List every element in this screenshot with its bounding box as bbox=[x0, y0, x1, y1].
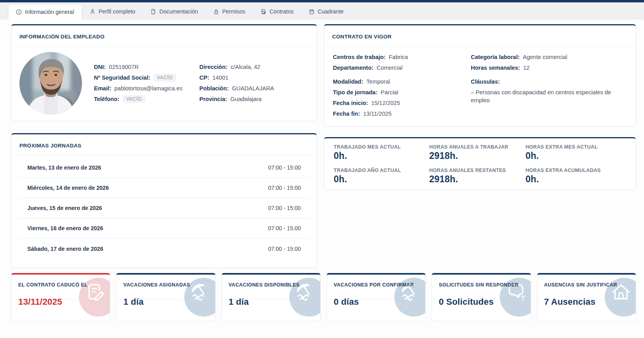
left-column: INFORMACIÓN DEL EMPLEADO bbox=[11, 24, 317, 268]
tab-cuadrante[interactable]: Cuadrante bbox=[301, 4, 351, 19]
tab-label: Información general bbox=[25, 9, 74, 15]
field-seguridad-social: Nº Seguridad Social: VACÍO bbox=[94, 73, 199, 83]
tab-label: Perfil completo bbox=[99, 8, 136, 15]
field-label: Tipo de jornada: bbox=[333, 89, 378, 95]
contrato-en-vigor-card: CONTRATO EN VIGOR Centros de trabajo: Fa… bbox=[324, 24, 636, 126]
field-categoria-laboral: Categoría laboral: Agente comercial bbox=[471, 52, 627, 63]
calendar-icon bbox=[309, 9, 315, 15]
stat-value: 2918h. bbox=[429, 174, 526, 185]
tab-contratos[interactable]: Contratos bbox=[253, 4, 301, 19]
employee-card-title: INFORMACIÓN DEL EMPLEADO bbox=[19, 34, 105, 40]
summary-title: VACACIONES ASIGNADAS bbox=[117, 275, 215, 288]
field-value: Comercial bbox=[376, 65, 402, 71]
tab-informacion-general[interactable]: Información general bbox=[8, 4, 82, 19]
summary-card-solicitudes-sin-responder: ? SOLICITUDES SIN RESPONDER 0 Solicitude… bbox=[432, 273, 531, 321]
document-icon bbox=[150, 9, 156, 15]
field-poblacion: Población: GUADALAJARA bbox=[199, 83, 309, 94]
field-tipo-jornada: Tipo de jornada: Parcial bbox=[333, 87, 471, 98]
summary-title: VACACIONES POR CONFIRMAR bbox=[327, 275, 425, 288]
stat-value: 2918h. bbox=[429, 151, 526, 161]
jornada-row: Jueves, 15 de enero de 2026 07:00 - 15:0… bbox=[19, 198, 310, 218]
field-value: 14001 bbox=[212, 74, 228, 81]
tab-bar: Información general Perfil completo Docu… bbox=[0, 2, 644, 19]
summary-cards-row: EL CONTRATO CADUCÓ EL 13/11/2025 VACACIO… bbox=[11, 273, 636, 321]
stat-label: HORAS EXTRA ACUMULADAS bbox=[526, 168, 626, 173]
stat-horas-extra-mes: HORAS EXTRA MES ACTUAL 0h. bbox=[526, 144, 626, 161]
field-value: pablotortosa@lamagica.es bbox=[115, 85, 183, 92]
field-label: Provincia: bbox=[199, 96, 227, 102]
jornada-time: 07:00 - 15:00 bbox=[268, 246, 308, 252]
jornada-day: Jueves, 15 de enero de 2026 bbox=[27, 205, 102, 211]
hours-stats-card: TRABAJADO MES ACTUAL 0h. HORAS ANUALES A… bbox=[324, 137, 636, 190]
field-horas-semanales: Horas semanales: 12 bbox=[471, 63, 627, 73]
field-label: CP: bbox=[199, 74, 209, 81]
info-icon bbox=[16, 9, 22, 15]
field-label: Cláusulas: bbox=[471, 78, 500, 85]
contract-card-title: CONTRATO EN VIGOR bbox=[332, 34, 392, 40]
field-departamento: Departamento: Comercial bbox=[333, 63, 471, 73]
jornada-time: 07:00 - 15:00 bbox=[268, 164, 308, 171]
jornada-day: Martes, 13 de enero de 2026 bbox=[27, 164, 101, 171]
tab-permisos[interactable]: Permisos bbox=[206, 4, 253, 19]
field-fecha-fin: Fecha fin: 13/11/2025 bbox=[333, 109, 471, 119]
field-label: Dirección: bbox=[199, 64, 227, 70]
tab-label: Permisos bbox=[222, 8, 245, 15]
summary-value: 13/11/2025 bbox=[11, 288, 110, 307]
jornada-day: Miércoles, 14 de enero de 2026 bbox=[27, 185, 109, 191]
stat-trabajado-ano: TRABAJADO AÑO ACTUAL 0h. bbox=[334, 168, 429, 185]
tab-perfil-completo[interactable]: Perfil completo bbox=[82, 4, 143, 19]
field-value: 13/11/2025 bbox=[363, 111, 392, 117]
employee-details-right: Dirección: c/Alcala, 42 CP: 14001 Poblac… bbox=[199, 62, 309, 105]
field-label: Nº Seguridad Social: bbox=[94, 74, 150, 81]
field-email: Email: pablotortosa@lamagica.es bbox=[94, 83, 199, 94]
clausula-item: – Personas con discapacidad en centros e… bbox=[471, 88, 627, 104]
field-clausulas: Cláusulas: bbox=[471, 76, 627, 87]
right-column: CONTRATO EN VIGOR Centros de trabajo: Fa… bbox=[324, 24, 636, 268]
field-fecha-inicio: Fecha inicio: 15/12/2025 bbox=[333, 98, 471, 109]
field-value: Parcial bbox=[381, 89, 398, 95]
summary-value: 1 día bbox=[117, 288, 215, 307]
summary-card-contrato-caduco: EL CONTRATO CADUCÓ EL 13/11/2025 bbox=[11, 273, 110, 321]
empty-value-badge: VACÍO bbox=[153, 74, 176, 82]
contract-icon bbox=[260, 9, 266, 15]
tab-label: Contratos bbox=[269, 8, 294, 15]
field-value: 02519007R bbox=[109, 64, 139, 70]
employee-info-card: INFORMACIÓN DEL EMPLEADO bbox=[11, 24, 317, 121]
stat-trabajado-mes: TRABAJADO MES ACTUAL 0h. bbox=[334, 144, 429, 161]
jornada-row: Sábado, 17 de enero de 2026 07:00 - 15:0… bbox=[19, 239, 310, 259]
jornadas-card-title: PRÓXIMAS JORNADAS bbox=[19, 143, 82, 149]
summary-card-vacaciones-por-confirmar: VACACIONES POR CONFIRMAR 0 días bbox=[327, 273, 426, 321]
jornada-row: Viernes, 16 de enero de 2026 07:00 - 15:… bbox=[19, 218, 310, 239]
stat-horas-anuales-trabajar: HORAS ANUALES A TRABAJAR 2918h. bbox=[429, 144, 526, 161]
proximas-jornadas-card: PRÓXIMAS JORNADAS Martes, 13 de enero de… bbox=[11, 133, 317, 268]
jornada-time: 07:00 - 15:00 bbox=[268, 205, 308, 211]
jornada-day: Viernes, 16 de enero de 2026 bbox=[27, 225, 103, 231]
jornada-row: Miércoles, 14 de enero de 2026 07:00 - 1… bbox=[19, 178, 310, 198]
summary-card-vacaciones-asignadas: VACACIONES ASIGNADAS 1 día bbox=[116, 273, 215, 321]
field-label: Categoría laboral: bbox=[471, 54, 520, 60]
employee-photo bbox=[19, 52, 82, 115]
stat-horas-anuales-restantes: HORAS ANUALES RESTANTES 2918h. bbox=[429, 168, 526, 185]
stat-label: HORAS ANUALES A TRABAJAR bbox=[429, 144, 526, 150]
field-value: GUADALAJARA bbox=[232, 85, 274, 92]
stat-value: 0h. bbox=[526, 151, 626, 161]
tab-documentacion[interactable]: Documentación bbox=[143, 4, 205, 19]
field-cp: CP: 14001 bbox=[199, 73, 309, 83]
field-label: Fecha inicio: bbox=[333, 100, 368, 106]
field-centros-trabajo: Centros de trabajo: Fabrica bbox=[333, 52, 471, 63]
stat-horas-extra-acumuladas: HORAS EXTRA ACUMULADAS 0h. bbox=[526, 168, 626, 185]
summary-value: 0 días bbox=[327, 288, 425, 307]
summary-card-vacaciones-disponibles: VACACIONES DISPONIBLES 1 día bbox=[222, 273, 321, 321]
stat-value: 0h. bbox=[526, 174, 626, 185]
stat-value: 0h. bbox=[334, 174, 429, 185]
field-direccion: Dirección: c/Alcala, 42 bbox=[199, 62, 309, 73]
summary-title: EL CONTRATO CADUCÓ EL bbox=[11, 275, 110, 288]
summary-value: 1 día bbox=[222, 288, 320, 307]
summary-value: 0 Solicitudes bbox=[432, 288, 530, 307]
field-label: Población: bbox=[199, 85, 229, 92]
field-label: Centros de trabajo: bbox=[333, 54, 386, 60]
field-label: Modalidad: bbox=[333, 78, 363, 85]
lock-icon bbox=[213, 9, 219, 15]
field-value: c/Alcala, 42 bbox=[231, 64, 260, 70]
stat-label: HORAS ANUALES RESTANTES bbox=[429, 168, 526, 173]
